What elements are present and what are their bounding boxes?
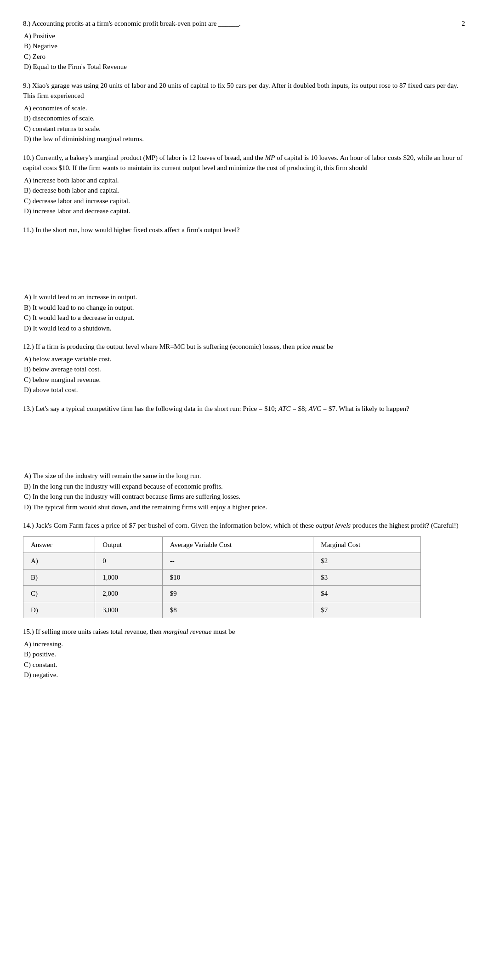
q15-body-part1: If selling more units raises total reven…	[36, 628, 164, 635]
row2-avc: $10	[162, 569, 313, 586]
q8-number: 8.)	[23, 20, 30, 27]
row4-answer: D)	[23, 602, 95, 618]
q15-text: 15.) If selling more units raises total …	[23, 627, 465, 637]
q8-option-a: A) Positive	[24, 31, 465, 41]
row2-answer: B)	[23, 569, 95, 586]
row3-mc: $4	[313, 586, 421, 602]
q12-option-a: A) below average variable cost.	[24, 354, 465, 365]
q15-number: 15.)	[23, 628, 34, 635]
question-13: 13.) Let's say a typical competitive fir…	[23, 404, 465, 513]
q13-option-b: B) In the long run the industry will exp…	[24, 481, 465, 492]
question-11: 11.) In the short run, how would higher …	[23, 225, 465, 334]
q12-body-part2: be	[325, 343, 333, 350]
q15-option-a: A) increasing.	[24, 639, 465, 650]
q8-option-d: D) Equal to the Firm's Total Revenue	[24, 62, 465, 72]
row4-avc: $8	[162, 602, 313, 618]
table-row: A) 0 -- $2	[23, 553, 421, 570]
q11-number: 11.)	[23, 226, 34, 234]
q13-italic1: ATC	[278, 405, 291, 412]
q15-option-c: C) constant.	[24, 660, 465, 670]
q10-italic: MP	[265, 154, 275, 161]
row1-answer: A)	[23, 553, 95, 570]
row4-output: 3,000	[95, 602, 163, 618]
table-row: D) 3,000 $8 $7	[23, 602, 421, 618]
q9-text: 9.) Xiao's garage was using 20 units of …	[23, 80, 465, 101]
table-header-answer: Answer	[23, 536, 95, 553]
row1-mc: $2	[313, 553, 421, 570]
q14-table-container: Answer Output Average Variable Cost Marg…	[23, 536, 465, 619]
q14-body-part1: Jack's Corn Farm faces a price of $7 per…	[36, 522, 316, 529]
q12-italic: must	[312, 343, 325, 350]
q9-option-d: D) the law of diminishing marginal retur…	[24, 134, 465, 144]
q13-italic2: AVC	[308, 405, 321, 412]
q13-body-part1: Let's say a typical competitive firm has…	[36, 405, 278, 412]
row3-avc: $9	[162, 586, 313, 602]
q10-option-d: D) increase labor and decrease capital.	[24, 206, 465, 217]
question-8: 8.) Accounting profits at a firm's econo…	[23, 18, 465, 72]
table-row: C) 2,000 $9 $4	[23, 586, 421, 602]
row3-answer: C)	[23, 586, 95, 602]
q8-option-c: C) Zero	[24, 51, 465, 62]
q9-option-b: B) diseconomies of scale.	[24, 113, 465, 124]
question-12: 12.) If a firm is producing the output l…	[23, 342, 465, 395]
q13-number: 13.)	[23, 405, 34, 412]
q11-option-c: C) It would lead to a decrease in output…	[24, 313, 465, 323]
q11-option-d: D) It would lead to a shutdown.	[24, 323, 465, 334]
q9-body: Xiao's garage was using 20 units of labo…	[23, 82, 459, 100]
row3-output: 2,000	[95, 586, 163, 602]
q15-body-part2: must be	[211, 628, 235, 635]
q12-text: 12.) If a firm is producing the output l…	[23, 342, 465, 352]
q12-option-c: C) below marginal revenue.	[24, 375, 465, 385]
q15-option-b: B) positive.	[24, 649, 465, 660]
q10-option-a: A) increase both labor and capital.	[24, 175, 465, 186]
q14-number: 14.)	[23, 522, 34, 529]
q13-text: 13.) Let's say a typical competitive fir…	[23, 404, 465, 414]
q10-option-c: C) decrease labor and increase capital.	[24, 196, 465, 206]
q12-body-part1: If a firm is producing the output level …	[36, 343, 312, 350]
q13-option-a: A) The size of the industry will remain …	[24, 471, 465, 481]
question-9: 9.) Xiao's garage was using 20 units of …	[23, 80, 465, 144]
q14-table: Answer Output Average Variable Cost Marg…	[23, 536, 421, 619]
q11-text: 11.) In the short run, how would higher …	[23, 225, 465, 235]
table-row: B) 1,000 $10 $3	[23, 569, 421, 586]
q13-body-part2: = $8;	[291, 405, 309, 412]
q12-number: 12.)	[23, 343, 34, 350]
q8-option-b: B) Negative	[24, 41, 465, 51]
q9-number: 9.)	[23, 82, 30, 89]
q15-option-d: D) negative.	[24, 670, 465, 680]
q10-number: 10.)	[23, 154, 34, 161]
q13-option-d: D) The typical firm would shut down, and…	[24, 502, 465, 513]
q13-diagram-space	[23, 416, 465, 471]
table-header-mc: Marginal Cost	[313, 536, 421, 553]
q11-option-a: A) It would lead to an increase in outpu…	[24, 292, 465, 302]
question-15: 15.) If selling more units raises total …	[23, 627, 465, 680]
q11-option-b: B) It would lead to no change in output.	[24, 302, 465, 313]
q12-option-b: B) below average total cost.	[24, 364, 465, 375]
table-header-avc: Average Variable Cost	[162, 536, 313, 553]
q11-body: In the short run, how would higher fixed…	[35, 226, 240, 234]
row2-output: 1,000	[95, 569, 163, 586]
q15-italic: marginal revenue	[163, 628, 211, 635]
q11-diagram-space	[23, 237, 465, 292]
q8-body: Accounting profits at a firm's economic …	[32, 20, 241, 27]
q14-italic: output levels	[316, 522, 351, 529]
table-header-output: Output	[95, 536, 163, 553]
q14-body-part2: produces the highest profit? (Careful!)	[351, 522, 459, 529]
page-number: 2	[462, 18, 465, 29]
q14-text: 14.) Jack's Corn Farm faces a price of $…	[23, 520, 465, 531]
row1-avc: --	[162, 553, 313, 570]
question-10: 10.) Currently, a bakery's marginal prod…	[23, 153, 465, 217]
row1-output: 0	[95, 553, 163, 570]
question-14: 14.) Jack's Corn Farm faces a price of $…	[23, 520, 465, 618]
q13-option-c: C) In the long run the industry will con…	[24, 491, 465, 502]
q8-text: 8.) Accounting profits at a firm's econo…	[23, 18, 465, 29]
row4-mc: $7	[313, 602, 421, 618]
q13-body-part3: = $7. What is likely to happen?	[321, 405, 409, 412]
q10-text: 10.) Currently, a bakery's marginal prod…	[23, 153, 465, 173]
q12-option-d: D) above total cost.	[24, 385, 465, 395]
q9-option-c: C) constant returns to scale.	[24, 124, 465, 134]
q10-option-b: B) decrease both labor and capital.	[24, 185, 465, 196]
q10-body-part1: Currently, a bakery's marginal product (…	[36, 154, 265, 161]
q9-option-a: A) economies of scale.	[24, 103, 465, 114]
row2-mc: $3	[313, 569, 421, 586]
